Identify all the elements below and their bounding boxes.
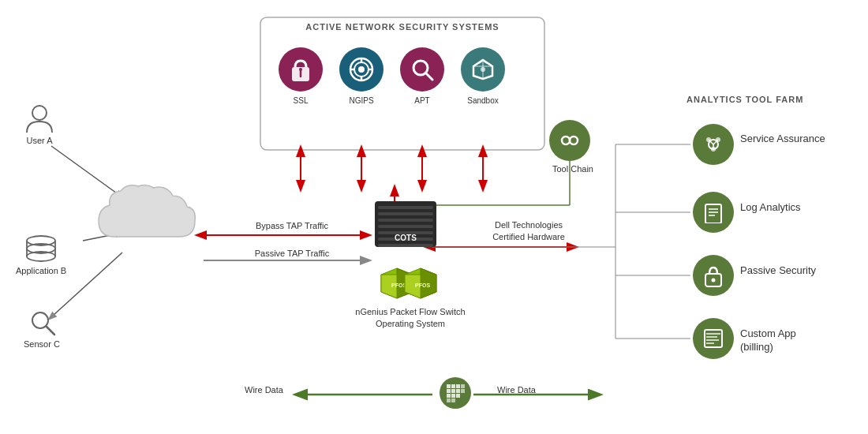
ngenius-label: nGenius Packet Flow Switch Operating Sys… [347,306,473,331]
service-assurance-icon [693,124,734,165]
custom-app-item: Custom App (billing) [740,327,819,354]
svg-line-44 [47,327,54,335]
svg-rect-73 [456,384,460,388]
app-b-label: Application B [16,266,66,275]
diagram: ACTIVE NETWORK SECURITY SYSTEMS SSL NGIP… [0,0,868,434]
ngips-icon [339,47,383,92]
log-analytics-item: Log Analytics [740,201,801,213]
svg-point-37 [32,106,47,120]
svg-text:PFOS: PFOS [415,282,430,288]
svg-rect-66 [705,330,722,347]
svg-rect-75 [451,389,455,393]
active-box-title: ACTIVE NETWORK SECURITY SYSTEMS [256,22,548,32]
bypass-tap-label: Bypass TAP Traffic [229,221,355,230]
passive-security-label: Passive Security [740,264,816,276]
sensor-c-label: Sensor C [24,339,60,349]
service-assurance-label: Service Assurance [740,133,825,144]
user-a-item: User A [24,103,55,145]
svg-point-23 [299,68,302,71]
ssl-label: SSL [279,96,323,105]
svg-rect-67 [706,333,720,335]
svg-line-32 [426,73,432,80]
svg-text:PFOS: PFOS [391,282,406,288]
svg-rect-74 [447,389,451,393]
ngips-label: NGIPS [339,96,383,105]
svg-rect-68 [706,336,717,338]
sandbox-label: Sandbox [461,96,505,105]
wire-data-icon [440,377,471,409]
svg-rect-77 [447,394,451,398]
cloud-shape [91,181,201,256]
passive-security-icon [693,255,734,296]
svg-rect-70 [706,342,714,344]
apt-icon [400,47,444,92]
user-a-label: User A [24,136,55,145]
svg-rect-60 [705,204,721,223]
app-b-item: Application B [16,233,66,275]
svg-rect-83 [451,398,455,402]
apt-label: APT [400,96,444,105]
wire-data-left: Wire Data [245,385,283,395]
svg-point-35 [570,137,578,144]
svg-rect-80 [461,384,465,388]
svg-rect-79 [456,394,460,398]
cots-label: COTS [395,234,417,242]
svg-point-26 [358,66,365,73]
toolchain-icon [549,120,590,161]
cots-box: COTS [375,201,436,247]
svg-rect-81 [461,389,465,393]
log-analytics-label: Log Analytics [740,201,801,213]
wire-data-right: Wire Data [497,385,536,395]
dell-cert-label: Dell Technologies Certified Hardware [466,219,592,244]
svg-rect-82 [447,398,451,402]
ssl-icon [279,47,323,92]
svg-rect-69 [706,339,719,341]
pfos-box: PFOS PFOS [377,260,440,305]
svg-rect-78 [451,394,455,398]
svg-point-33 [481,67,485,72]
passive-tap-label: Passive TAP Traffic [229,249,355,258]
sensor-c-item: Sensor C [24,306,60,349]
svg-rect-71 [447,384,451,388]
svg-rect-72 [451,384,455,388]
svg-rect-76 [456,389,460,393]
custom-app-label: Custom App (billing) [740,327,796,354]
sandbox-icon [461,47,505,92]
svg-point-65 [712,279,716,282]
log-analytics-icon [693,192,734,233]
service-assurance-item: Service Assurance [740,133,825,144]
svg-point-43 [32,312,48,328]
custom-app-icon [693,318,734,359]
analytics-title: ANALYTICS TOOL FARM [687,95,860,104]
passive-security-item: Passive Security [740,264,816,276]
svg-point-34 [562,137,570,144]
toolchain-label: Tool Chain [541,164,604,174]
